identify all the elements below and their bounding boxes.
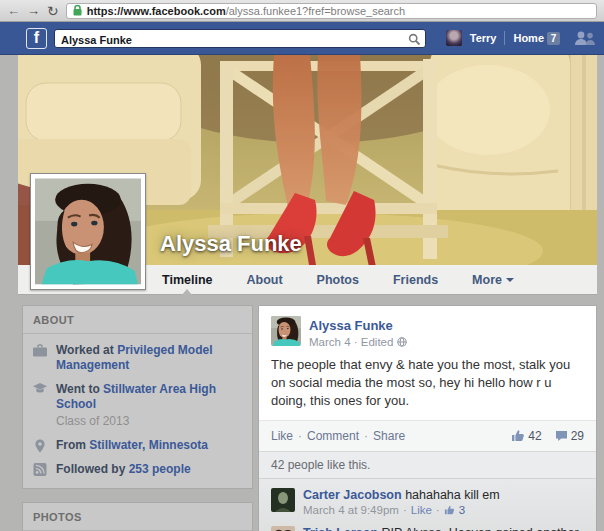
graduation-cap-icon — [33, 383, 47, 395]
post-counts: 42 29 — [511, 429, 584, 443]
profile-name: Alyssa Funke — [160, 231, 302, 257]
comment-count[interactable]: 29 — [571, 429, 584, 443]
location-pin-icon — [33, 439, 47, 453]
like-button[interactable]: Like — [271, 429, 293, 443]
follow-icon — [33, 463, 47, 476]
briefcase-icon — [33, 344, 47, 357]
commenter-name[interactable]: Trish Larson — [303, 526, 378, 531]
comment-button[interactable]: Comment — [307, 429, 359, 443]
commenter-name[interactable]: Carter Jacobson — [303, 488, 402, 502]
tab-more[interactable]: More — [472, 273, 514, 287]
likes-summary[interactable]: 42 people like this. — [259, 451, 596, 478]
comment-row: Trish Larson RIP Alyssa. Heaven gained a… — [259, 521, 596, 531]
tab-timeline[interactable]: Timeline — [162, 273, 212, 287]
friend-requests-icon[interactable] — [574, 31, 596, 46]
post-message: The people that envy & hate you the most… — [259, 354, 596, 420]
https-padlock-icon — [72, 4, 83, 17]
separator-dot: · — [364, 429, 368, 443]
post-header: Alyssa Funke March 4 · Edited — [259, 306, 596, 354]
comment-text: hahahaha kill em — [405, 488, 500, 502]
facebook-logo[interactable]: f — [26, 28, 47, 49]
photos-box: PHOTOS — [22, 502, 253, 531]
class-year: Class of 2013 — [56, 414, 242, 429]
search-icon[interactable] — [408, 33, 421, 46]
like-count[interactable]: 42 — [528, 429, 541, 443]
tab-about[interactable]: About — [246, 273, 282, 287]
comments-section: Carter Jacobson hahahaha kill em March 4… — [259, 478, 596, 531]
about-item-work: Worked at Privileged Model Management — [23, 334, 252, 373]
profile-picture-image — [35, 178, 141, 285]
commenter-avatar-image — [271, 526, 295, 531]
comment-like-icon — [444, 505, 455, 515]
navbar-right-cluster: Terry Home7 — [446, 30, 596, 46]
commenter-avatar[interactable] — [271, 488, 295, 512]
commenter-avatar[interactable] — [271, 526, 295, 531]
about-box: ABOUT Worked at Privileged Model Managem… — [22, 305, 253, 489]
tab-friends[interactable]: Friends — [393, 273, 438, 287]
about-item-hometown: From Stillwater, Minnesota — [23, 429, 252, 453]
search-box[interactable] — [54, 29, 426, 48]
navbar-divider — [504, 31, 505, 45]
post-author-avatar[interactable] — [271, 316, 301, 346]
post-author-name[interactable]: Alyssa Funke — [309, 318, 393, 333]
home-link[interactable]: Home7 — [513, 32, 560, 45]
followers-link[interactable]: 253 people — [129, 462, 191, 476]
post-author-avatar-image — [271, 316, 301, 346]
about-item-followers: Followed by 253 people — [23, 453, 252, 488]
url-text: https://www.facebook.com/alyssa.funkee1?… — [87, 5, 405, 17]
post-action-bar: Like · Comment · Share 42 29 — [259, 420, 596, 451]
hometown-link[interactable]: Stillwater, Minnesota — [89, 438, 208, 452]
share-button[interactable]: Share — [373, 429, 405, 443]
comment-like-count[interactable]: 3 — [459, 504, 465, 516]
chevron-down-icon — [506, 278, 514, 282]
home-notification-badge: 7 — [547, 32, 560, 45]
facebook-profile-screenshot: ← → ↻ https://www.facebook.com/alyssa.fu… — [0, 0, 604, 531]
browser-toolbar: ← → ↻ https://www.facebook.com/alyssa.fu… — [0, 0, 604, 22]
search-input[interactable] — [55, 31, 425, 48]
about-header: ABOUT — [23, 306, 252, 334]
globe-privacy-icon — [397, 337, 407, 347]
photos-header: PHOTOS — [23, 503, 252, 531]
comment-time[interactable]: March 4 at 9:49pm — [303, 504, 399, 516]
left-sidebar: ABOUT Worked at Privileged Model Managem… — [22, 305, 253, 531]
like-count-icon — [511, 429, 525, 442]
forward-icon[interactable]: → — [27, 4, 40, 17]
timeline-post: Alyssa Funke March 4 · Edited The people… — [258, 305, 597, 531]
profile-link[interactable]: Terry — [470, 32, 497, 44]
user-avatar[interactable] — [446, 30, 462, 46]
comment-like-button[interactable]: Like — [411, 504, 432, 516]
address-bar[interactable]: https://www.facebook.com/alyssa.funkee1?… — [66, 3, 597, 19]
commenter-avatar-image — [271, 488, 295, 512]
comment-count-icon — [555, 430, 568, 442]
separator-dot: · — [298, 429, 302, 443]
profile-picture[interactable] — [30, 173, 146, 290]
tab-photos[interactable]: Photos — [317, 273, 359, 287]
back-icon[interactable]: ← — [7, 4, 20, 17]
about-item-education: Went to Stillwater Area High School Clas… — [23, 373, 252, 429]
comment-row: Carter Jacobson hahahaha kill em March 4… — [259, 483, 596, 522]
post-timestamp[interactable]: March 4 · Edited — [309, 336, 407, 348]
facebook-navbar: f Terry Home7 — [0, 22, 604, 55]
page-content: Alyssa Funke Timeline About Photos Frien… — [18, 55, 597, 531]
comment-meta: March 4 at 9:49pm · Like · 3 — [303, 504, 500, 516]
refresh-icon[interactable]: ↻ — [47, 4, 59, 18]
